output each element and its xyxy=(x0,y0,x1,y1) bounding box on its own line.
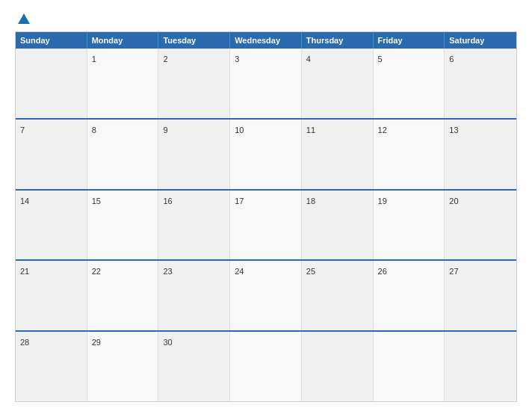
day-number: 30 xyxy=(163,338,172,347)
day-header-saturday: Saturday xyxy=(445,32,516,49)
day-cell: 23 xyxy=(158,261,230,330)
week-row-4: 21222324252627 xyxy=(16,259,516,330)
day-number: 9 xyxy=(163,126,167,135)
day-number: 23 xyxy=(163,267,172,276)
day-cell: 5 xyxy=(374,49,445,118)
calendar-grid: SundayMondayTuesdayWednesdayThursdayFrid… xyxy=(15,31,517,402)
header xyxy=(15,13,517,24)
day-cell xyxy=(16,49,87,118)
week-row-1: 123456 xyxy=(16,49,516,118)
day-cell: 6 xyxy=(445,49,516,118)
day-number: 7 xyxy=(20,126,25,135)
day-cell: 2 xyxy=(158,49,230,118)
day-cell: 22 xyxy=(87,261,159,330)
day-cell: 25 xyxy=(302,261,374,330)
day-number: 5 xyxy=(378,55,383,64)
day-cell: 4 xyxy=(302,49,374,118)
day-number: 18 xyxy=(306,197,315,206)
day-header-tuesday: Tuesday xyxy=(158,32,230,49)
day-cell: 29 xyxy=(87,332,159,401)
day-number: 20 xyxy=(449,197,458,206)
day-number: 25 xyxy=(306,267,315,276)
day-number: 4 xyxy=(306,55,311,64)
day-cell: 8 xyxy=(87,120,159,189)
week-row-2: 78910111213 xyxy=(16,118,516,189)
day-header-thursday: Thursday xyxy=(302,32,374,49)
day-number: 14 xyxy=(20,197,29,206)
day-number: 17 xyxy=(235,197,244,206)
day-cell: 13 xyxy=(445,120,516,189)
logo xyxy=(15,13,30,24)
day-cell xyxy=(445,332,516,401)
day-cell: 26 xyxy=(374,261,445,330)
day-cell: 18 xyxy=(302,191,374,260)
day-number: 10 xyxy=(235,126,244,135)
day-cell: 3 xyxy=(230,49,302,118)
day-cell: 15 xyxy=(87,191,159,260)
day-number: 3 xyxy=(235,55,239,64)
day-number: 11 xyxy=(306,126,315,135)
day-number: 13 xyxy=(449,126,458,135)
day-number: 24 xyxy=(235,267,244,276)
day-number: 21 xyxy=(20,267,29,276)
day-number: 26 xyxy=(378,267,387,276)
day-number: 28 xyxy=(20,338,29,347)
day-cell: 12 xyxy=(374,120,445,189)
calendar-page: SundayMondayTuesdayWednesdayThursdayFrid… xyxy=(0,0,532,411)
day-cell: 30 xyxy=(158,332,230,401)
week-row-3: 14151617181920 xyxy=(16,189,516,260)
day-cell: 20 xyxy=(445,191,516,260)
day-cell: 10 xyxy=(230,120,302,189)
day-cell: 27 xyxy=(445,261,516,330)
day-header-sunday: Sunday xyxy=(16,32,87,49)
day-number: 2 xyxy=(163,55,167,64)
day-number: 27 xyxy=(449,267,458,276)
day-number: 12 xyxy=(378,126,387,135)
day-cell xyxy=(374,332,445,401)
day-cell: 17 xyxy=(230,191,302,260)
day-cell: 21 xyxy=(16,261,87,330)
day-cell: 9 xyxy=(158,120,230,189)
day-number: 19 xyxy=(378,197,387,206)
day-cell xyxy=(302,332,374,401)
day-cell: 19 xyxy=(374,191,445,260)
day-number: 22 xyxy=(92,267,101,276)
day-cell xyxy=(230,332,302,401)
day-cell: 16 xyxy=(158,191,230,260)
weeks-container: 1234567891011121314151617181920212223242… xyxy=(16,49,516,401)
day-headers-row: SundayMondayTuesdayWednesdayThursdayFrid… xyxy=(16,32,516,49)
day-number: 16 xyxy=(163,197,172,206)
day-number: 1 xyxy=(92,55,96,64)
day-cell: 1 xyxy=(87,49,159,118)
day-header-monday: Monday xyxy=(87,32,159,49)
day-cell: 7 xyxy=(16,120,87,189)
day-number: 8 xyxy=(92,126,96,135)
week-row-5: 282930 xyxy=(16,330,516,401)
day-header-friday: Friday xyxy=(374,32,445,49)
day-cell: 14 xyxy=(16,191,87,260)
day-number: 6 xyxy=(449,55,454,64)
day-number: 29 xyxy=(92,338,101,347)
day-number: 15 xyxy=(92,197,101,206)
day-cell: 24 xyxy=(230,261,302,330)
day-cell: 11 xyxy=(302,120,374,189)
day-header-wednesday: Wednesday xyxy=(230,32,302,49)
day-cell: 28 xyxy=(16,332,87,401)
